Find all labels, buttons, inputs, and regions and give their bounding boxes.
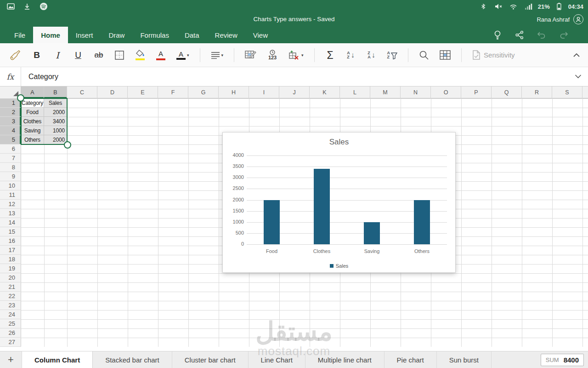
column-header-D[interactable]: D: [97, 86, 128, 98]
row-header-20[interactable]: 20: [0, 273, 21, 282]
format-painter-button[interactable]: [9, 50, 21, 61]
column-header-B[interactable]: B: [44, 86, 67, 98]
italic-button[interactable]: I: [52, 50, 62, 60]
column-header-P[interactable]: P: [461, 86, 492, 98]
sheet-tab-line-chart[interactable]: Line Chart: [249, 351, 305, 368]
column-header-R[interactable]: R: [522, 86, 552, 98]
underline-button[interactable]: U: [73, 50, 83, 60]
row-header-5[interactable]: 5: [0, 135, 21, 144]
row-header-25[interactable]: 25: [0, 319, 21, 328]
font-color-button[interactable]: A: [156, 50, 166, 60]
strikethrough-button[interactable]: ab: [94, 50, 104, 60]
cell-A2[interactable]: Food: [21, 108, 44, 117]
column-header-G[interactable]: G: [188, 86, 219, 98]
ribbon-tab-review[interactable]: Review: [207, 27, 245, 43]
sort-descending-button[interactable]: ZA ↓: [367, 51, 377, 59]
fx-button[interactable]: fx: [0, 67, 21, 86]
column-header-K[interactable]: K: [310, 86, 340, 98]
column-header-H[interactable]: H: [219, 86, 249, 98]
search-button[interactable]: [419, 50, 429, 60]
row-header-7[interactable]: 7: [0, 154, 21, 163]
ribbon-tab-formulas[interactable]: Formulas: [132, 27, 177, 43]
borders-button[interactable]: [114, 50, 124, 60]
redo-icon[interactable]: [558, 29, 570, 41]
sheet-tab-sun-burst[interactable]: Sun burst: [437, 351, 492, 368]
filter-button[interactable]: AZ: [387, 51, 398, 59]
lightbulb-icon[interactable]: [492, 29, 503, 41]
number-format-button[interactable]: 123: [267, 50, 277, 60]
undo-icon[interactable]: [536, 29, 548, 41]
autosum-button[interactable]: Σ: [325, 50, 335, 60]
ribbon-tab-view[interactable]: View: [245, 27, 276, 43]
alignment-button[interactable]: ▾: [211, 52, 224, 59]
font-color-dropdown-button[interactable]: A ▾: [176, 51, 189, 60]
row-header-8[interactable]: 8: [0, 163, 21, 172]
ribbon-tab-draw[interactable]: Draw: [101, 27, 132, 43]
row-header-11[interactable]: 11: [0, 190, 21, 200]
expand-formula-bar-button[interactable]: [568, 75, 588, 79]
cell-style-button[interactable]: [245, 50, 257, 61]
insert-delete-cells-button[interactable]: ▾: [288, 50, 304, 61]
row-header-24[interactable]: 24: [0, 310, 21, 319]
column-header-E[interactable]: E: [128, 86, 158, 98]
fill-color-button[interactable]: [135, 50, 145, 60]
sheet-tab-column-chart[interactable]: Column Chart: [22, 351, 93, 368]
cell-A4[interactable]: Saving: [21, 126, 44, 135]
row-header-17[interactable]: 17: [0, 246, 21, 255]
ribbon-tab-data[interactable]: Data: [177, 27, 207, 43]
row-header-3[interactable]: 3: [0, 117, 21, 126]
formula-input[interactable]: Category: [21, 73, 568, 81]
cell-B4[interactable]: 1000: [44, 126, 67, 135]
sheet-tab-cluster-bar-chart[interactable]: Cluster bar chart: [172, 351, 249, 368]
ribbon-tab-file[interactable]: File: [6, 27, 33, 43]
column-header-I[interactable]: I: [249, 86, 279, 98]
row-header-14[interactable]: 14: [0, 218, 21, 227]
status-sum-box[interactable]: SUM 8400: [541, 354, 584, 366]
selection-handle-bottom-right[interactable]: [64, 141, 71, 149]
row-header-4[interactable]: 4: [0, 126, 21, 135]
embedded-column-chart[interactable]: Sales 40003500300025002000150010005000Fo…: [222, 132, 456, 273]
sensitivity-button[interactable]: Sensitivity: [472, 50, 515, 60]
row-header-26[interactable]: 26: [0, 328, 21, 338]
row-header-6[interactable]: 6: [0, 144, 21, 154]
cell-B5[interactable]: 2000: [44, 135, 67, 144]
sheet-tab-pie-chart[interactable]: Pie chart: [384, 351, 437, 368]
bold-button[interactable]: B: [32, 50, 42, 60]
row-header-10[interactable]: 10: [0, 181, 21, 190]
cell-B3[interactable]: 3400: [44, 117, 67, 126]
row-header-22[interactable]: 22: [0, 292, 21, 301]
cell-A3[interactable]: Clothes: [21, 117, 44, 126]
ribbon-tab-home[interactable]: Home: [33, 27, 68, 43]
row-header-12[interactable]: 12: [0, 200, 21, 209]
column-header-S[interactable]: S: [552, 86, 582, 98]
avatar[interactable]: [573, 14, 583, 24]
row-header-16[interactable]: 16: [0, 236, 21, 246]
column-header-C[interactable]: C: [67, 86, 97, 98]
collapse-ribbon-button[interactable]: [571, 53, 582, 57]
sort-ascending-button[interactable]: AZ ↓: [346, 51, 356, 59]
row-header-13[interactable]: 13: [0, 209, 21, 218]
cell-A1[interactable]: Category: [21, 98, 44, 108]
sheet-tab-multiple-line-chart[interactable]: Multiple line chart: [305, 351, 384, 368]
selection-handle-top-left[interactable]: [17, 94, 24, 102]
column-header-M[interactable]: M: [370, 86, 401, 98]
row-header-21[interactable]: 21: [0, 282, 21, 292]
row-header-27[interactable]: 27: [0, 338, 21, 347]
share-icon[interactable]: [514, 29, 526, 41]
column-header-Q[interactable]: Q: [492, 86, 522, 98]
row-header-23[interactable]: 23: [0, 301, 21, 310]
cell-B1[interactable]: Sales: [44, 98, 67, 108]
column-header-A[interactable]: A: [21, 86, 44, 98]
column-header-O[interactable]: O: [431, 86, 461, 98]
column-header-N[interactable]: N: [401, 86, 431, 98]
row-header-18[interactable]: 18: [0, 255, 21, 264]
freeze-panes-button[interactable]: [440, 50, 451, 60]
row-header-2[interactable]: 2: [0, 108, 21, 117]
add-sheet-button[interactable]: +: [0, 351, 22, 368]
row-header-9[interactable]: 9: [0, 172, 21, 181]
row-header-15[interactable]: 15: [0, 227, 21, 236]
column-header-J[interactable]: J: [279, 86, 310, 98]
column-header-L[interactable]: L: [340, 86, 370, 98]
cell-B2[interactable]: 2000: [44, 108, 67, 117]
ribbon-tab-insert[interactable]: Insert: [68, 27, 101, 43]
